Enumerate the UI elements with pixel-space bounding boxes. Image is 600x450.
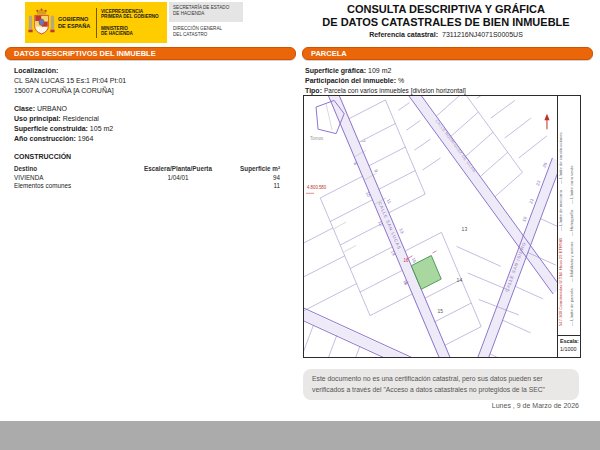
ministerio-line2: DE HACIENDA bbox=[101, 31, 159, 36]
house-number: 8 bbox=[353, 161, 359, 166]
superficie-label: Superficie construida: bbox=[14, 125, 88, 132]
area-label: Tomos bbox=[310, 136, 324, 141]
house-number: 19 bbox=[522, 215, 528, 222]
cadastral-map-box: Tomos CALLE SAN LUCAS CALLE SAN ISIDRO C… bbox=[303, 95, 581, 358]
cell-superficie: 11 bbox=[230, 182, 280, 191]
tipo-value: Parcela con varios inmuebles [division h… bbox=[324, 87, 466, 94]
col-header-superficie: Superficie m² bbox=[230, 165, 280, 174]
direccion-line2: DEL CATASTRO bbox=[173, 32, 239, 38]
legend-item: — Límite zona verde bbox=[569, 165, 574, 204]
street-casings bbox=[304, 96, 557, 357]
address-line2: 15007 A CORUÑA [A CORUÑA] bbox=[14, 86, 286, 96]
cadastral-map: Tomos CALLE SAN LUCAS CALLE SAN ISIDRO C… bbox=[304, 96, 557, 357]
table-row: VIVIENDA 1/04/01 94 bbox=[14, 174, 280, 183]
col-header-escalera: Escalera/Planta/Puerta bbox=[126, 165, 230, 174]
house-number: 21 bbox=[528, 197, 534, 204]
cell-escalera: 1/04/01 bbox=[126, 174, 230, 183]
superficie-grafica-label: Superficie gráfica: bbox=[305, 67, 366, 74]
anio-label: Año construcción: bbox=[14, 135, 76, 142]
legend-column-inner: 547.300 Coordenadas U.T.M. Huso 29 ETRS8… bbox=[558, 98, 569, 333]
participacion-value: % bbox=[398, 77, 404, 84]
gobierno-espana-label: GOBIERNO DE ESPAÑA bbox=[58, 16, 92, 29]
legend-item: — Límite de construcciones bbox=[558, 133, 563, 185]
parcel-number: 13 bbox=[462, 226, 468, 232]
superficie-grafica-value: 109 m2 bbox=[368, 67, 391, 74]
table-row: Elementos comunes 11 bbox=[14, 182, 280, 191]
house-number: 7 bbox=[361, 139, 367, 144]
highlight-parcel-number: 16 bbox=[404, 258, 409, 263]
title-line2: DE DATOS CATASTRALES DE BIEN INMUEBLE bbox=[300, 16, 592, 29]
parcel-number: 15 bbox=[438, 308, 444, 314]
ministry-labels: VICEPRESIDENCIA PRIMERA DEL GOBIERNO MIN… bbox=[101, 9, 159, 37]
house-number: 10 bbox=[365, 191, 372, 198]
parcela-details-panel: Superficie gráfica: 109 m2 Participación… bbox=[305, 66, 585, 96]
house-number: 16 bbox=[402, 279, 409, 286]
legend-item: — Límite de parcela bbox=[569, 289, 574, 326]
section-bar-parcela: PARCELA bbox=[302, 47, 593, 60]
spain-coat-of-arms-icon bbox=[28, 6, 55, 40]
cell-escalera bbox=[126, 182, 230, 191]
gobierno-line1: GOBIERNO bbox=[58, 16, 92, 23]
datos-descriptivos-title: DATOS DESCRIPTIVOS DEL INMUEBLE bbox=[14, 49, 156, 58]
house-number: 12 bbox=[377, 220, 384, 227]
cell-destino: Elementos comunes bbox=[14, 182, 126, 191]
street-name-top: CALLE RODRIGUEZ DE VILAR bbox=[435, 119, 476, 174]
utm-note: 547.300 Coordenadas U.T.M. Huso 29 ETRS8… bbox=[558, 238, 563, 326]
uso-label: Uso principal: bbox=[14, 115, 61, 122]
document-title: CONSULTA DESCRIPTIVA Y GRÁFICA DE DATOS … bbox=[300, 3, 592, 29]
logo-divider bbox=[96, 8, 97, 38]
construccion-table-header: Destino Escalera/Planta/Puerta Superfici… bbox=[14, 165, 280, 174]
tipo-label: Tipo: bbox=[305, 87, 322, 94]
secretaria-line2: DE HACIENDA bbox=[173, 11, 239, 17]
house-number: 14 bbox=[390, 250, 397, 257]
anio-value: 1964 bbox=[78, 135, 94, 142]
clase-value: URBANO bbox=[37, 105, 67, 112]
cadastral-document-page: GOBIERNO DE ESPAÑA VICEPRESIDENCIA PRIME… bbox=[0, 0, 600, 450]
legend-item: — Mobiliario y aceras bbox=[569, 242, 574, 282]
map-legend: 547.300 Coordenadas U.T.M. Huso 29 ETRS8… bbox=[558, 96, 580, 335]
footer-bar bbox=[0, 421, 600, 450]
disclaimer-box: Este documento no es una certificación c… bbox=[303, 369, 579, 400]
cadastral-reference: Referencia catastral:7311216NJ4071S0005U… bbox=[300, 31, 592, 38]
reference-label: Referencia catastral: bbox=[369, 31, 438, 38]
participacion-row: Participación del inmueble: % bbox=[305, 76, 585, 86]
secretaria-line1: SECRETARÍA DE ESTADO bbox=[173, 5, 239, 11]
parcel-number: 14 bbox=[457, 277, 463, 283]
gobierno-line2: DE ESPAÑA bbox=[58, 23, 92, 30]
anio-row: Año construcción: 1964 bbox=[14, 134, 286, 144]
map-scale: Escala: 1/1000 bbox=[558, 335, 580, 357]
cell-superficie: 94 bbox=[230, 174, 280, 183]
clase-label: Clase: bbox=[14, 105, 35, 112]
uso-value: Residencial bbox=[63, 115, 99, 122]
secretaria-box: SECRETARÍA DE ESTADO DE HACIENDA bbox=[169, 2, 243, 22]
address-line1: CL SAN LUCAS 15 Es:1 Pl:04 Pt:01 bbox=[14, 76, 286, 86]
superficie-value: 105 m2 bbox=[90, 125, 113, 132]
superficie-row: Superficie construida: 105 m2 bbox=[14, 124, 286, 134]
col-header-destino: Destino bbox=[14, 165, 126, 174]
cell-destino: VIVIENDA bbox=[14, 174, 126, 183]
legend-item: — Límite de manzana bbox=[558, 190, 563, 231]
clase-row: Clase: URBANO bbox=[14, 104, 286, 114]
house-number: 23 bbox=[535, 179, 541, 186]
house-number: 25 bbox=[542, 161, 548, 168]
house-number: 9 bbox=[373, 168, 379, 173]
construccion-title: CONSTRUCCIÓN bbox=[14, 152, 286, 162]
government-logo-block: GOBIERNO DE ESPAÑA VICEPRESIDENCIA PRIME… bbox=[25, 2, 167, 43]
house-number: 13 bbox=[398, 227, 405, 234]
property-details-panel: Localización: CL SAN LUCAS 15 Es:1 Pl:04… bbox=[14, 66, 286, 191]
parcela-title: PARCELA bbox=[311, 49, 347, 58]
house-number: 11 bbox=[386, 198, 392, 205]
superficie-grafica-row: Superficie gráfica: 109 m2 bbox=[305, 66, 585, 76]
section-bar-datos-descriptivos: DATOS DESCRIPTIVOS DEL INMUEBLE bbox=[5, 47, 296, 60]
construccion-table: Destino Escalera/Planta/Puerta Superfici… bbox=[14, 165, 280, 191]
uso-row: Uso principal: Residencial bbox=[14, 114, 286, 124]
legend-column-outer: — Límite de parcela — Mobiliario y acera… bbox=[569, 98, 580, 333]
legend-item: — Hidrografía bbox=[569, 210, 574, 236]
utm-northing-label: 4.800.580 bbox=[307, 185, 327, 190]
localizacion-label: Localización: bbox=[14, 66, 286, 76]
document-date: Lunes , 9 de Marzo de 2026 bbox=[303, 402, 579, 409]
scale-label: Escala: bbox=[560, 338, 578, 346]
participacion-label: Participación del inmueble: bbox=[305, 77, 396, 84]
north-arrow-icon bbox=[544, 114, 549, 129]
vicepresidencia-line2: PRIMERA DEL GOBIERNO bbox=[101, 14, 159, 19]
